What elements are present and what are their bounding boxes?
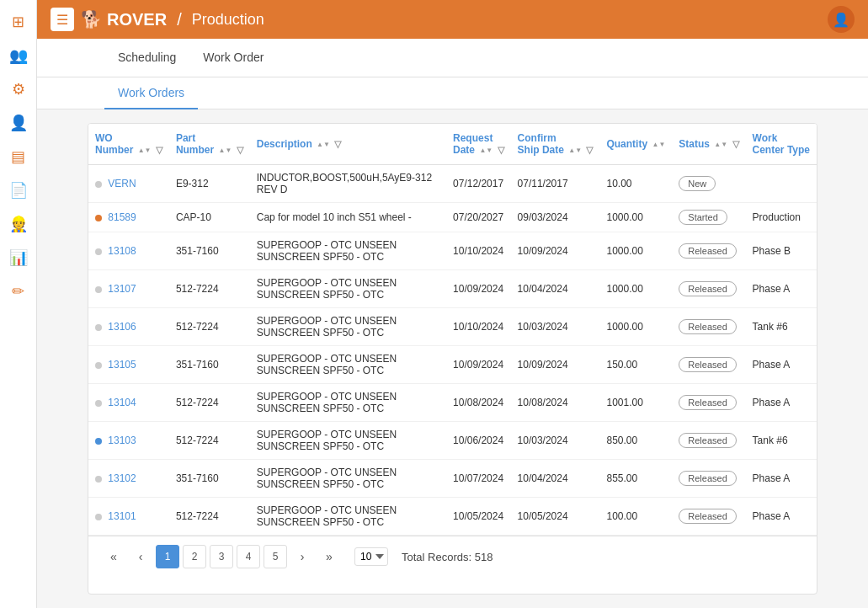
col-quantity: Quantity ▲▼ [599,124,672,165]
row-dot [95,181,102,188]
cell-wo-number: 13106 [88,308,169,346]
cell-request-date: 10/07/2024 [446,460,511,498]
page-1-button[interactable]: 1 [156,545,179,568]
wo-number-link[interactable]: 81589 [108,211,136,223]
work-orders-table: WONumber ▲▼ ▽ PartNumber ▲▼ ▽ Descriptio… [88,124,817,536]
table-row: 13101 512-7224 SUPERGOOP - OTC UNSEEN SU… [88,498,817,536]
next-page-button[interactable]: › [290,545,314,568]
tab-scheduling[interactable]: Scheduling [104,40,189,76]
request-date-filter[interactable]: ▽ [498,145,504,155]
last-page-button[interactable]: » [317,545,341,568]
cell-description: SUPERGOOP - OTC UNSEEN SUNSCREEN SPF50 -… [250,346,446,384]
barcode-icon[interactable]: ▤ [3,141,34,172]
part-number-filter[interactable]: ▽ [237,145,243,155]
wo-number-sort[interactable]: ▲▼ [138,147,152,154]
prev-page-button[interactable]: ‹ [129,545,152,568]
table-row: 13102 351-7160 SUPERGOOP - OTC UNSEEN SU… [88,460,817,498]
row-dot [95,438,102,445]
cell-status: Released [672,498,745,536]
cell-quantity: 1000.00 [599,232,672,270]
wo-number-link[interactable]: VERN [108,178,136,189]
cell-confirm-ship-date: 10/04/2024 [511,270,600,308]
cell-request-date: 10/10/2024 [446,308,511,346]
cell-quantity: 150.00 [599,346,672,384]
request-date-sort[interactable]: ▲▼ [479,147,493,154]
per-page-select[interactable]: 10 25 50 [354,547,388,566]
cell-wo-number: 13108 [88,232,169,270]
status-filter[interactable]: ▽ [732,139,739,149]
wo-number-link[interactable]: 13108 [108,245,136,257]
cell-work-center-type [746,165,817,203]
cell-confirm-ship-date: 07/11/2017 [511,165,600,203]
cell-confirm-ship-date: 10/05/2024 [511,498,600,536]
grid-icon[interactable]: ⊞ [3,7,34,37]
users-icon[interactable]: 👥 [3,40,34,71]
document-icon[interactable]: 📄 [3,175,34,205]
wo-number-link[interactable]: 13102 [108,472,136,484]
quantity-sort[interactable]: ▲▼ [652,141,665,148]
worker-icon[interactable]: 👷 [3,209,34,239]
page-2-button[interactable]: 2 [183,545,206,568]
cell-confirm-ship-date: 10/09/2024 [511,232,600,270]
confirm-ship-date-sort[interactable]: ▲▼ [568,147,582,154]
nav-tabs: Scheduling Work Order [37,39,868,77]
wo-number-link[interactable]: 13107 [108,283,136,295]
menu-button[interactable]: ☰ [51,8,74,31]
row-dot [95,215,102,221]
col-description: Description ▲▼ ▽ [250,124,446,165]
wo-number-filter[interactable]: ▽ [156,145,162,155]
cell-wo-number: 13102 [88,460,169,498]
cell-part-number: 512-7224 [169,270,250,308]
person-icon[interactable]: 👤 [3,108,34,138]
cell-quantity: 1000.00 [599,270,672,308]
records-per-page: 10 25 50 [354,547,388,566]
description-sort[interactable]: ▲▼ [317,141,330,148]
chart-icon[interactable]: 📊 [3,243,34,273]
cell-work-center-type: Tank #6 [746,308,817,346]
cell-wo-number: 13107 [88,270,169,308]
table-header-row: WONumber ▲▼ ▽ PartNumber ▲▼ ▽ Descriptio… [88,124,817,165]
tab-work-order[interactable]: Work Order [189,40,277,76]
description-filter[interactable]: ▽ [334,139,341,149]
logo-text: ROVER [107,10,167,29]
cell-status: Released [672,346,745,384]
cell-confirm-ship-date: 10/08/2024 [511,384,600,422]
page-3-button[interactable]: 3 [210,545,233,568]
status-badge: Released [679,395,736,410]
status-badge: Released [679,471,736,486]
page-4-button[interactable]: 4 [237,545,260,568]
tab-work-orders[interactable]: Work Orders [104,77,198,109]
part-number-sort[interactable]: ▲▼ [219,147,232,154]
cell-confirm-ship-date: 10/04/2024 [511,460,600,498]
confirm-ship-date-filter[interactable]: ▽ [586,145,593,155]
cell-part-number: 351-7160 [169,232,250,270]
status-badge: Released [679,357,736,372]
cell-description: SUPERGOOP - OTC UNSEEN SUNSCREEN SPF50 -… [250,460,446,498]
page-5-button[interactable]: 5 [264,545,287,568]
wo-number-link[interactable]: 13103 [108,435,136,446]
cell-quantity: 100.00 [599,498,672,536]
wo-number-link[interactable]: 13101 [108,510,136,522]
table-container: WONumber ▲▼ ▽ PartNumber ▲▼ ▽ Descriptio… [88,123,817,595]
status-badge: Released [679,509,736,524]
first-page-button[interactable]: « [102,545,125,568]
cell-wo-number: 13101 [88,498,169,536]
cell-request-date: 07/12/2017 [446,165,511,203]
wo-number-link[interactable]: 13106 [108,321,136,333]
cell-wo-number: 13105 [88,346,169,384]
user-avatar[interactable]: 👤 [828,6,855,33]
cell-part-number: 512-7224 [169,384,250,422]
status-sort[interactable]: ▲▼ [714,141,727,148]
cell-description: INDUCTOR,BOOST,500uH,5AyE9-312 REV D [250,165,446,203]
edit-icon[interactable]: ✏ [3,276,34,307]
wo-number-link[interactable]: 13105 [108,359,136,371]
cell-part-number: CAP-10 [169,203,250,232]
row-dot [95,362,102,369]
gear-icon[interactable]: ⚙ [3,74,34,104]
cell-quantity: 1000.00 [599,308,672,346]
cell-description: SUPERGOOP - OTC UNSEEN SUNSCREEN SPF50 -… [250,422,446,460]
section-title: Production [192,11,264,29]
cell-description: SUPERGOOP - OTC UNSEEN SUNSCREEN SPF50 -… [250,498,446,536]
wo-number-link[interactable]: 13104 [108,397,136,408]
cell-confirm-ship-date: 09/03/2024 [511,203,600,232]
